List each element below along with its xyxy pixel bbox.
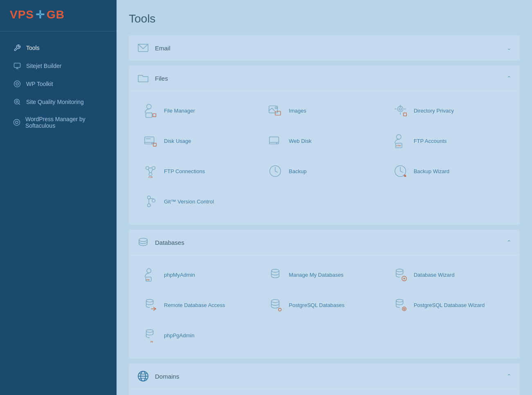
svg-line-34 bbox=[148, 169, 150, 173]
backup-wizard-label: Backup Wizard bbox=[414, 168, 449, 174]
svg-point-44 bbox=[139, 238, 147, 242]
sidebar-item-wp-manager-label: WordPress Manager by Softaculous bbox=[25, 116, 103, 129]
svg-rect-0 bbox=[14, 63, 20, 68]
section-domains-left: Domains bbox=[137, 370, 179, 382]
svg-point-54 bbox=[278, 308, 281, 311]
main-content: Tools Email ⌄ bbox=[117, 0, 532, 395]
tool-wp-toolkit-domains[interactable]: WP Toolkit bbox=[137, 393, 262, 395]
ftp-accounts-icon: FTP bbox=[392, 132, 409, 149]
manage-databases-label: Manage My Databases bbox=[289, 272, 343, 278]
svg-point-17 bbox=[399, 108, 402, 110]
svg-point-6 bbox=[16, 101, 18, 103]
tool-disk-usage[interactable]: Disk Usage bbox=[137, 126, 262, 156]
file-manager-icon bbox=[142, 102, 159, 119]
svg-point-27 bbox=[396, 135, 401, 139]
databases-tool-grid: php phpMyAdmin Manage My Databases bbox=[129, 255, 520, 359]
backup-label: Backup bbox=[289, 168, 306, 174]
svg-point-55 bbox=[396, 299, 403, 302]
phpmyadmin-label: phpMyAdmin bbox=[164, 272, 195, 278]
sidebar-item-wp-manager[interactable]: WordPress Manager by Softaculous bbox=[3, 112, 113, 133]
svg-point-58 bbox=[146, 330, 153, 332]
svg-text:FTP: FTP bbox=[148, 176, 153, 178]
svg-point-4 bbox=[16, 83, 18, 85]
web-disk-icon bbox=[267, 132, 284, 149]
domains-tool-grid: WP Toolkit Site Publisher bbox=[129, 389, 520, 395]
sidebar-item-wp-toolkit[interactable]: WP Toolkit bbox=[3, 76, 113, 92]
svg-point-16 bbox=[397, 106, 403, 112]
svg-text:php: php bbox=[146, 279, 150, 281]
sidebar-item-sitejet-label: Sitejet Builder bbox=[26, 63, 61, 69]
tool-backup[interactable]: Backup bbox=[262, 156, 386, 186]
section-domains-header[interactable]: Domains ⌃ bbox=[129, 363, 520, 389]
svg-point-49 bbox=[396, 269, 403, 272]
svg-point-56 bbox=[402, 307, 406, 311]
sidebar-item-tools[interactable]: Tools bbox=[3, 40, 113, 56]
sidebar-item-site-quality-label: Site Quality Monitoring bbox=[26, 99, 84, 105]
site-quality-icon bbox=[13, 98, 21, 106]
postgresql-label: PostgreSQL Databases bbox=[289, 302, 344, 308]
section-databases-left: Databases bbox=[137, 236, 184, 248]
sidebar: VPS✛GB Tools Sitejet Builder WP Toolkit bbox=[0, 0, 117, 395]
sidebar-item-site-quality[interactable]: Site Quality Monitoring bbox=[3, 94, 113, 110]
backup-wizard-icon bbox=[392, 163, 409, 180]
databases-chevron-icon: ⌃ bbox=[507, 239, 512, 246]
section-files-title: Files bbox=[155, 75, 168, 82]
section-files-header[interactable]: Files ⌃ bbox=[129, 65, 520, 91]
tool-postgresql[interactable]: PostgreSQL Databases bbox=[262, 290, 386, 320]
svg-point-7 bbox=[14, 120, 20, 126]
tool-postgresql-wizard[interactable]: PostgreSQL Database Wizard bbox=[387, 290, 512, 320]
svg-point-51 bbox=[146, 299, 153, 302]
section-domains: Domains ⌃ WP Toolkit bbox=[129, 363, 520, 395]
section-domains-title: Domains bbox=[155, 373, 179, 380]
manage-databases-icon bbox=[267, 266, 284, 283]
section-databases-title: Databases bbox=[155, 239, 184, 246]
section-files-left: Files bbox=[137, 72, 168, 84]
sitejet-icon bbox=[13, 62, 21, 70]
ftp-connections-icon: FTP bbox=[142, 163, 159, 180]
tool-web-disk[interactable]: Web Disk bbox=[262, 126, 386, 156]
tool-phpmyadmin[interactable]: php phpMyAdmin bbox=[137, 260, 262, 290]
tool-manage-databases[interactable]: Manage My Databases bbox=[262, 260, 386, 290]
tool-file-manager[interactable]: File Manager bbox=[137, 95, 262, 126]
section-databases-header[interactable]: Databases ⌃ bbox=[129, 230, 520, 255]
tool-database-wizard[interactable]: Database Wizard bbox=[387, 260, 512, 290]
tool-sitejet-domains[interactable]: Sitejet Builder bbox=[387, 393, 512, 395]
tool-ftp-connections[interactable]: FTP FTP Connections bbox=[137, 156, 262, 186]
svg-rect-18 bbox=[403, 113, 406, 116]
domains-chevron-icon: ⌃ bbox=[507, 373, 512, 379]
section-email-header[interactable]: Email ⌄ bbox=[129, 35, 520, 61]
directory-privacy-label: Directory Privacy bbox=[414, 108, 454, 114]
files-icon bbox=[137, 72, 149, 84]
email-chevron-icon: ⌄ bbox=[507, 45, 512, 51]
tool-remote-database[interactable]: Remote Database Access bbox=[137, 290, 262, 320]
svg-point-41 bbox=[147, 204, 150, 207]
directory-privacy-icon bbox=[392, 102, 409, 119]
tool-backup-wizard[interactable]: Backup Wizard bbox=[387, 156, 512, 186]
tool-git[interactable]: Git™ Version Control bbox=[137, 186, 262, 217]
remote-database-icon bbox=[142, 296, 159, 314]
files-tool-grid: File Manager Images bbox=[129, 91, 520, 225]
section-files: Files ⌃ File Manager bbox=[129, 65, 520, 225]
tool-images[interactable]: Images bbox=[262, 95, 386, 126]
logo-area: VPS✛GB bbox=[0, 0, 117, 32]
svg-rect-15 bbox=[275, 111, 281, 115]
svg-point-43 bbox=[152, 199, 155, 202]
phppgadmin-label: phpPgAdmin bbox=[164, 332, 194, 339]
phpmyadmin-icon: php bbox=[142, 266, 159, 283]
svg-point-53 bbox=[272, 300, 279, 303]
sidebar-item-tools-label: Tools bbox=[26, 45, 40, 51]
images-label: Images bbox=[289, 108, 306, 114]
email-icon bbox=[137, 42, 149, 54]
sidebar-item-sitejet[interactable]: Sitejet Builder bbox=[3, 58, 113, 74]
section-email: Email ⌄ bbox=[129, 35, 520, 61]
files-chevron-icon: ⌃ bbox=[507, 75, 512, 81]
tool-site-publisher[interactable]: Site Publisher bbox=[262, 393, 386, 395]
wp-toolkit-icon bbox=[13, 80, 21, 88]
databases-icon bbox=[137, 236, 149, 248]
domains-icon bbox=[137, 370, 149, 382]
ftp-accounts-label: FTP Accounts bbox=[414, 138, 447, 144]
tool-ftp-accounts[interactable]: FTP FTP Accounts bbox=[387, 126, 512, 156]
tool-phppgadmin[interactable]: pg phpPgAdmin bbox=[137, 320, 262, 350]
tool-directory-privacy[interactable]: Directory Privacy bbox=[387, 95, 512, 126]
svg-point-8 bbox=[16, 121, 18, 124]
